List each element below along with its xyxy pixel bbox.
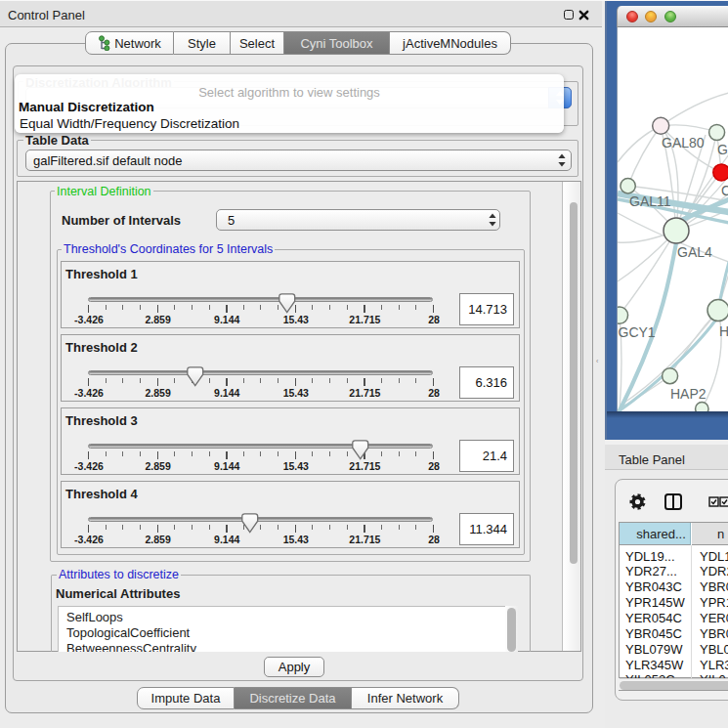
svg-text:GAL11: GAL11 — [629, 193, 671, 209]
svg-text:GCY1: GCY1 — [619, 324, 656, 340]
svg-text:GAL80: GAL80 — [662, 135, 705, 150]
svg-text:HA: HA — [719, 323, 728, 339]
svg-text:GA: GA — [717, 142, 728, 157]
svg-text:CY: CY — [721, 183, 728, 198]
svg-text:HAP2: HAP2 — [670, 386, 707, 402]
svg-text:GAL4: GAL4 — [677, 244, 712, 260]
